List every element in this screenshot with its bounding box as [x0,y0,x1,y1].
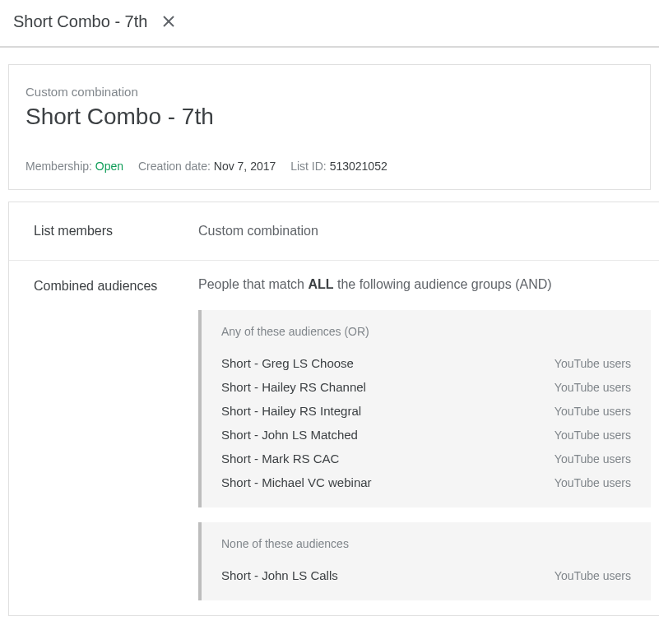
audience-row: Short - John LS CallsYouTube users [221,563,631,587]
audience-type: YouTube users [555,381,631,394]
audience-name: Short - Michael VC webinar [221,475,372,489]
audience-row: Short - Mark RS CACYouTube users [221,447,631,470]
topbar: Short Combo - 7th [0,0,659,48]
audience-row: Short - Hailey RS ChannelYouTube users [221,375,631,399]
match-bold: ALL [308,277,333,291]
audience-name: Short - Hailey RS Channel [221,380,366,394]
audience-type: YouTube users [555,476,631,489]
summary-meta: Membership: Open Creation date: Nov 7, 2… [26,160,633,173]
list-id-label: List ID: [290,160,329,173]
panel-header: List members Custom combination [9,202,659,261]
none-group-list: Short - John LS CallsYouTube users [221,563,631,587]
summary-subtitle: Custom combination [26,85,633,99]
membership-label: Membership: [26,160,95,173]
creation-date-value: Nov 7, 2017 [214,160,276,173]
combined-audiences-content: People that match ALL the following audi… [198,277,659,615]
match-prefix: People that match [198,277,308,291]
match-heading: People that match ALL the following audi… [198,277,651,292]
any-group: Any of these audiences (OR) Short - Greg… [198,310,651,507]
combined-audiences-label: Combined audiences [34,277,198,615]
summary-title: Short Combo - 7th [26,104,633,130]
audience-name: Short - John LS Calls [221,568,338,582]
audience-type: YouTube users [555,452,631,466]
audience-row: Short - Greg LS ChooseYouTube users [221,351,631,375]
list-members-label: List members [34,224,198,239]
audience-type: YouTube users [555,405,631,418]
membership-value: Open [95,160,123,173]
list-id-field: List ID: 513021052 [290,160,388,173]
creation-date-label: Creation date: [138,160,214,173]
audience-row: Short - Hailey RS IntegralYouTube users [221,399,631,423]
any-group-title: Any of these audiences (OR) [221,325,631,338]
match-suffix: the following audience groups (AND) [334,277,552,291]
audience-name: Short - John LS Matched [221,428,358,442]
any-group-list: Short - Greg LS ChooseYouTube usersShort… [221,351,631,494]
audience-row: Short - John LS MatchedYouTube users [221,423,631,447]
details-panel: List members Custom combination Combined… [8,202,659,616]
membership-field: Membership: Open [26,160,127,173]
audience-type: YouTube users [555,569,631,582]
audience-row: Short - Michael VC webinarYouTube users [221,470,631,494]
none-group-title: None of these audiences [221,537,631,550]
audience-name: Short - Greg LS Choose [221,356,354,370]
list-id-value: 513021052 [330,160,388,173]
audience-name: Short - Mark RS CAC [221,452,339,466]
page-title: Short Combo - 7th [13,12,147,31]
audience-name: Short - Hailey RS Integral [221,404,361,418]
none-group: None of these audiences Short - John LS … [198,522,651,600]
summary-card: Custom combination Short Combo - 7th Mem… [8,64,651,190]
audience-type: YouTube users [555,357,631,370]
creation-date-field: Creation date: Nov 7, 2017 [138,160,279,173]
close-icon [162,15,175,28]
audience-type: YouTube users [555,429,631,442]
panel-body: Combined audiences People that match ALL… [9,261,659,615]
list-members-value: Custom combination [198,224,318,239]
close-button[interactable] [159,12,179,31]
